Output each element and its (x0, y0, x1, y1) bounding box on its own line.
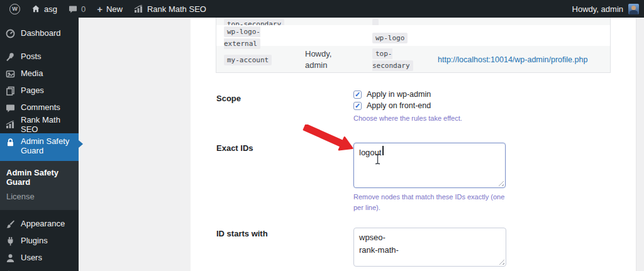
sidebar-label: Rank Math SEO (21, 116, 75, 135)
sidebar-label: Media (21, 69, 43, 79)
admin-sidebar: Dashboard Posts Media Pages (0, 18, 79, 271)
new-button[interactable]: + New (91, 0, 128, 18)
apply-in-wp-admin-option[interactable]: ✓ Apply in wp-admin (353, 89, 462, 100)
wordpress-logo-icon: W (9, 4, 20, 14)
submenu-item-license[interactable]: License (0, 189, 79, 204)
table-row[interactable]: my-account Howdy, admin top-secondary ht… (216, 46, 610, 72)
sidebar-item-dashboard[interactable]: Dashboard (0, 25, 79, 42)
rank-math-toolbar-menu[interactable]: Rank Math SEO (128, 0, 212, 18)
sidebar-item-pages[interactable]: Pages (0, 82, 79, 99)
admin-menu: Dashboard Posts Media Pages (0, 18, 79, 271)
sidebar-item-appearance[interactable]: Appearance (0, 216, 79, 233)
posts-icon (6, 52, 15, 62)
sidebar-label: Users (21, 253, 42, 263)
user-avatar[interactable] (628, 4, 639, 14)
new-label: New (106, 4, 123, 14)
sidebar-label: Pages (21, 86, 44, 96)
comments-shortcut[interactable]: 0 (63, 0, 91, 18)
site-name: asg (44, 4, 57, 14)
scope-label: Scope (216, 94, 241, 103)
checkbox-checked-icon[interactable]: ✓ (353, 91, 362, 99)
sidebar-label: Comments (21, 103, 60, 113)
table-row[interactable]: top-secondary (216, 18, 610, 25)
rank-math-icon (134, 5, 143, 13)
sidebar-label: Dashboard (21, 29, 61, 38)
scope-help-text: Choose where the rules take effect. (353, 113, 462, 124)
sidebar-item-admin-safety-guard[interactable]: Admin Safety Guard (0, 133, 79, 161)
comment-icon (69, 5, 77, 13)
node-id-chip: top-secondary (224, 19, 284, 25)
checkbox-label: Apply in wp-admin (367, 90, 431, 99)
sidebar-item-tools[interactable]: Tools (0, 267, 79, 271)
node-id-chip: wp-logo-external (224, 26, 260, 49)
nodes-table: top-secondary wp-logo-external wp-logo m… (216, 18, 611, 73)
comments-icon (6, 104, 15, 113)
admin-bar: W asg 0 + New Rank Math SEO (0, 0, 644, 18)
rank-math-icon (6, 121, 15, 129)
exact-ids-field: logout (353, 143, 506, 188)
node-parent-chip: wp-logo (372, 33, 408, 43)
admin-bar-right: Howdy, admin (572, 4, 644, 14)
lock-icon (6, 138, 15, 147)
node-id-chip: my-account (224, 55, 272, 65)
apply-on-front-end-option[interactable]: ✓ Apply on front-end (353, 100, 462, 111)
exact-ids-textarea[interactable]: logout (353, 143, 506, 188)
sidebar-label: Appearance (21, 219, 65, 229)
active-menu-arrow (79, 140, 83, 148)
ibeam-cursor (374, 153, 382, 165)
plus-icon: + (97, 4, 103, 14)
dashboard-icon (6, 29, 15, 38)
sidebar-item-plugins[interactable]: Plugins (0, 233, 79, 250)
plugins-icon (6, 236, 15, 246)
media-icon (6, 69, 15, 79)
text-caret (382, 146, 384, 155)
comment-count: 0 (81, 4, 86, 14)
admin-bar-left: W asg 0 + New Rank Math SEO (0, 0, 212, 18)
node-title: Howdy, admin (305, 49, 331, 70)
wordpress-menu[interactable]: W (4, 0, 26, 18)
sidebar-label: Plugins (21, 236, 48, 246)
sidebar-item-media[interactable]: Media (0, 65, 79, 82)
sidebar-item-comments[interactable]: Comments (0, 99, 79, 116)
id-starts-with-label: ID starts with (216, 229, 268, 238)
red-arrow-annotation (299, 124, 358, 151)
exact-ids-help-text: Remove nodes that match these IDs exactl… (353, 192, 514, 213)
rank-math-toolbar-label: Rank Math SEO (147, 4, 206, 14)
scope-controls: ✓ Apply in wp-admin ✓ Apply on front-end… (353, 89, 462, 124)
checkbox-label: Apply on front-end (367, 101, 431, 110)
exact-ids-label: Exact IDs (216, 143, 253, 153)
id-starts-with-textarea[interactable]: wpseo- rank-math- (353, 228, 506, 267)
table-row[interactable]: wp-logo-external wp-logo (216, 25, 610, 46)
sidebar-label: Posts (21, 52, 42, 62)
users-icon (6, 253, 15, 263)
settings-panel: top-secondary wp-logo-external wp-logo m… (191, 18, 636, 271)
checkbox-checked-icon[interactable]: ✓ (353, 102, 362, 110)
submenu-item-admin-safety-guard[interactable]: Admin Safety Guard (0, 165, 79, 189)
appearance-icon (6, 219, 15, 229)
sidebar-item-users[interactable]: Users (0, 250, 79, 267)
howdy-text[interactable]: Howdy, admin (572, 4, 623, 14)
admin-safety-guard-submenu: Admin Safety Guard License (0, 161, 79, 210)
scrollbar-track[interactable] (636, 18, 644, 271)
site-home-link[interactable]: asg (26, 0, 63, 18)
sidebar-item-rank-math-seo[interactable]: Rank Math SEO (0, 116, 79, 133)
sidebar-label: Admin Safety Guard (21, 137, 75, 156)
home-icon (31, 4, 40, 13)
pages-icon (6, 86, 15, 96)
sidebar-item-posts[interactable]: Posts (0, 48, 79, 65)
id-starts-with-field: wpseo- rank-math- (353, 228, 506, 267)
node-parent-chip: top-secondary (372, 48, 413, 71)
node-profile-link[interactable]: http://localhost:10014/wp-admin/profile.… (438, 55, 587, 64)
node-parent-chip-empty (372, 19, 379, 25)
